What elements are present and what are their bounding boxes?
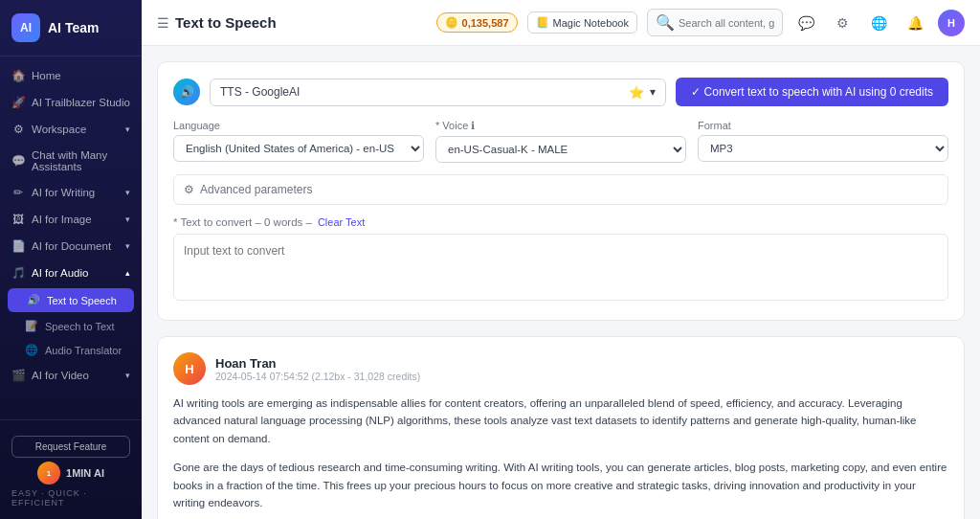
globe-icon[interactable]: 🌐 [865,10,892,36]
search-input[interactable] [679,17,774,29]
sidebar-sub-item-label: Speech to Text [45,321,115,332]
tts-header: 🔊 TTS - GoogleAI ⭐ ▾ ✓ Convert text to s… [173,78,948,106]
sidebar-item-label: AI for Writing [32,187,95,198]
credits-badge: 🪙 0,135,587 [436,12,518,33]
chat-icon: 💬 [11,154,25,168]
bell-icon[interactable]: 🔔 [902,10,928,36]
sidebar-item-audio-translator[interactable]: 🌐 Audio Translator [0,338,142,362]
text-label-text: * Text to convert – 0 words – [173,216,312,228]
tts-service-icon: 🔊 [173,79,200,105]
sidebar-item-label: Workspace [32,124,86,135]
footer-tagline: EASY · QUICK · EFFICIENT [11,488,130,508]
result-user-info: Hoan Tran 2024-05-14 07:54:52 (2.12bx - … [215,356,420,382]
writing-icon: ✏ [11,186,25,199]
clear-text-link[interactable]: Clear Text [318,216,365,228]
content-area: 🔊 TTS - GoogleAI ⭐ ▾ ✓ Convert text to s… [142,46,980,519]
sidebar-item-workspace[interactable]: ⚙ Workspace ▾ [0,116,142,143]
sidebar-nav: 🏠 Home 🚀 AI Trailblazer Studio ⚙ Workspa… [0,56,142,419]
sidebar-logo-icon: AI [11,13,40,42]
sidebar-item-label: AI for Video [32,370,89,381]
topbar: ☰ Text to Speech 🪙 0,135,587 📒 Magic Not… [142,0,980,46]
topbar-title-area: ☰ Text to Speech [157,14,425,31]
document-icon: 📄 [11,239,25,253]
credits-value: 0,135,587 [462,17,509,29]
tts-panel: 🔊 TTS - GoogleAI ⭐ ▾ ✓ Convert text to s… [157,61,965,321]
sidebar-item-ai-video[interactable]: 🎬 AI for Video ▾ [0,362,142,389]
search-box[interactable]: 🔍 [647,9,783,36]
text-to-convert-input[interactable] [173,234,948,301]
result-paragraph-2: Gone are the days of tedious research an… [173,459,948,511]
chevron-down-icon: ▾ [125,124,130,134]
sidebar-footer: Request Feature 1 1MIN AI EASY · QUICK ·… [0,419,142,519]
sidebar-item-trailblazer[interactable]: 🚀 AI Trailblazer Studio [0,89,142,116]
settings-icon[interactable]: ⚙ [829,10,856,36]
sidebar-item-label: Home [32,70,61,81]
notebook-icon: 📒 [536,16,549,29]
form-row: Language English (United States of Ameri… [173,120,948,163]
footer-logo-icon: 1 [37,462,60,485]
sidebar-item-ai-document[interactable]: 📄 AI for Document ▾ [0,233,142,260]
tts-selector-dropdown[interactable]: TTS - GoogleAI ⭐ ▾ [210,79,666,106]
chat-bubble-icon[interactable]: 💬 [792,10,819,36]
page-title: Text to Speech [175,14,277,31]
tts-selector-label: TTS - GoogleAI [220,85,300,99]
chevron-up-icon: ▴ [125,268,130,278]
menu-icon[interactable]: ☰ [157,15,169,31]
main-content: ☰ Text to Speech 🪙 0,135,587 📒 Magic Not… [142,0,980,519]
result-user-meta: 2024-05-14 07:54:52 (2.12bx - 31,028 cre… [215,371,420,382]
star-icon: ⭐ [629,85,644,100]
sidebar-item-label: AI for Image [32,214,92,225]
convert-button-label: ✓ Convert text to speech with AI using 0… [691,85,933,99]
sidebar-item-label: AI for Audio [32,267,88,279]
topbar-right: 🪙 0,135,587 📒 Magic Notebook 🔍 💬 ⚙ 🌐 🔔 H [436,9,965,36]
voice-label: * Voice ℹ [435,120,686,132]
search-icon: 🔍 [656,13,675,32]
sidebar: AI AI Team 🏠 Home 🚀 AI Trailblazer Studi… [0,0,142,519]
sidebar-item-chat[interactable]: 💬 Chat with Many Assistants [0,143,142,179]
magic-notebook-button[interactable]: 📒 Magic Notebook [527,11,638,34]
language-group: Language English (United States of Ameri… [173,120,424,163]
format-select[interactable]: MP3 [698,135,948,162]
sidebar-sub-item-label: Audio Translator [45,345,122,356]
coin-icon: 🪙 [445,16,458,29]
footer-brand-area: 1 1MIN AI [37,462,104,485]
sidebar-item-ai-writing[interactable]: ✏ AI for Writing ▾ [0,179,142,206]
voice-select[interactable]: en-US-Casual-K - MALE [435,136,686,163]
language-label: Language [173,120,424,131]
translator-icon: 🌐 [25,344,38,356]
result-user-name: Hoan Tran [215,356,420,371]
sidebar-title: AI Team [48,20,99,35]
convert-button[interactable]: ✓ Convert text to speech with AI using 0… [676,78,948,106]
result-paragraph-1: AI writing tools are emerging as indispe… [173,395,948,447]
request-feature-button[interactable]: Request Feature [11,436,130,458]
video-icon: 🎬 [11,369,25,382]
footer-brand-name: 1MIN AI [66,467,104,479]
user-avatar[interactable]: H [938,10,965,36]
language-select[interactable]: English (United States of America) - en-… [173,135,424,162]
tts-icon: 🔊 [27,294,40,306]
sidebar-item-label: AI Trailblazer Studio [32,97,130,108]
sidebar-item-text-to-speech[interactable]: 🔊 Text to Speech [8,288,134,312]
workspace-icon: ⚙ [11,123,25,136]
home-icon: 🏠 [11,69,25,82]
sidebar-item-label: Chat with Many Assistants [32,149,130,172]
advanced-params-toggle[interactable]: ⚙ Advanced parameters [173,174,948,205]
voice-group: * Voice ℹ en-US-Casual-K - MALE [435,120,686,163]
result-user-row: H Hoan Tran 2024-05-14 07:54:52 (2.12bx … [173,352,948,385]
chevron-down-icon: ▾ [125,241,130,251]
sidebar-sub-item-label: Text to Speech [47,295,117,306]
advanced-params-label: Advanced parameters [200,183,312,196]
settings-icon: ⚙ [184,183,194,196]
chevron-down-icon: ▾ [125,214,130,224]
sidebar-item-speech-to-text[interactable]: 📝 Speech to Text [0,314,142,338]
stt-icon: 📝 [25,320,38,332]
chevron-down-icon: ▾ [125,371,130,380]
result-panel: H Hoan Tran 2024-05-14 07:54:52 (2.12bx … [157,336,965,519]
chevron-down-icon: ▾ [650,85,656,99]
image-icon: 🖼 [11,213,25,226]
sidebar-item-home[interactable]: 🏠 Home [0,62,142,89]
result-user-avatar: H [173,352,206,385]
sidebar-item-ai-image[interactable]: 🖼 AI for Image ▾ [0,206,142,233]
format-label: Format [698,120,948,131]
sidebar-item-ai-audio[interactable]: 🎵 AI for Audio ▴ [0,260,142,286]
